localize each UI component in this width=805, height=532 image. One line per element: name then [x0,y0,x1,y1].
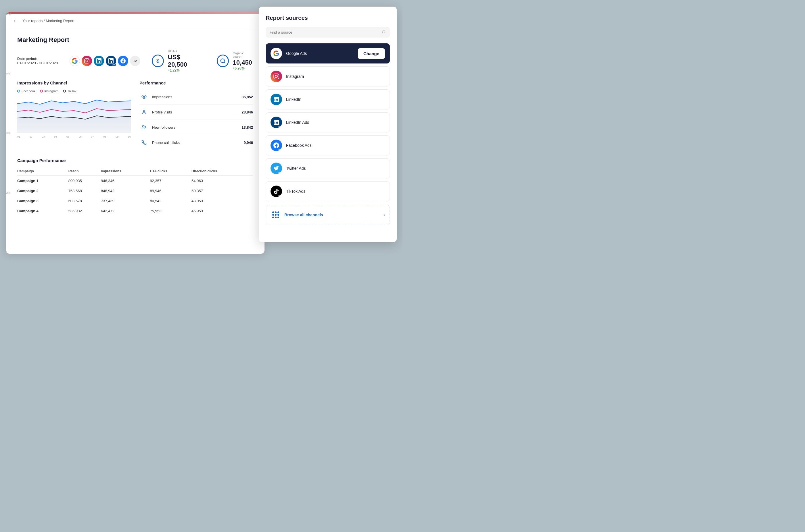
source-item-tiktok-ads[interactable]: adsTikTok Ads [266,181,390,202]
twitter-ads-source-icon: ads [271,163,282,174]
date-sources-row: Date period: 01/01/2023 - 30/01/2023 [17,50,253,72]
roas-change: +1.22% [168,69,200,72]
google-source-icon [271,48,282,59]
campaign-title: Campaign Performance [17,158,253,163]
analytics-grid: Impressions by Channel Facebook Instagra… [17,80,253,150]
linkedin-source-icon [271,94,282,105]
x-axis: 01020304050607080910 [17,135,131,138]
eye-icon [140,92,149,101]
perf-new-followers: New followers 13,842 [140,120,253,135]
search-icon [382,30,386,35]
sources-list: Google AdsChangeInstagramLinkedInadsLink… [266,43,390,202]
source-item-google[interactable]: Google AdsChange [266,43,390,63]
search-input[interactable] [270,30,380,35]
svg-line-8 [385,33,386,34]
profile-visits-value: 23,846 [241,110,253,114]
impressions-chart-section: Impressions by Channel Facebook Instagra… [17,80,131,150]
y-axis: 100k75k50k25k0 [6,28,14,246]
table-row: Campaign 4536,932642,47275,95345,953 [17,206,253,216]
phone-clicks-value: 9,946 [243,140,253,145]
source-item-name: Instagram [286,74,385,79]
col-direction: Direction clicks [191,167,253,176]
chevron-right-icon: › [384,212,385,217]
col-impressions: Impressions [101,167,150,176]
facebook-icon [118,56,128,66]
tiktok-ads-source-icon: ads [271,186,282,197]
linkedin-icon [94,56,104,66]
report-sources-panel: Report sources Google AdsChangeInstagram… [259,6,397,242]
table-row: Campaign 1890,035946,34692,35754,963 [17,176,253,186]
source-item-instagram[interactable]: Instagram [266,66,390,87]
instagram-legend: Instagram [40,89,58,93]
impressions-label: Impressions [152,95,241,99]
perf-phone-clicks: Phone call clicks 9,946 [140,135,253,150]
google-icon [70,56,80,66]
browse-grid-icon [271,210,281,220]
roas-label: ROAS [168,50,200,53]
svg-point-2 [144,96,145,98]
instagram-source-icon [271,71,282,82]
top-navigation: ← Your reports / Marketing Report [6,14,264,28]
search-box[interactable] [266,27,390,38]
svg-line-1 [224,62,225,63]
organic-label: Organic search [233,52,253,58]
campaign-section: Campaign Performance Campaign Reach Impr… [17,158,253,216]
date-value: 01/01/2023 - 30/01/2023 [17,61,58,65]
panel-title: Report sources [266,15,390,21]
add-person-icon [140,123,149,132]
col-campaign: Campaign [17,167,69,176]
date-label: Date period: [17,57,58,61]
browse-all-label: Browse all channels [284,213,380,217]
organic-change: +6.98% [233,66,253,70]
instagram-icon [81,56,92,66]
more-sources-badge: +2 [130,56,140,66]
roas-icon: $ [152,55,164,67]
impressions-value: 35,852 [241,95,253,99]
roas-value: US$ 20,500 [168,53,200,69]
performance-title: Performance [140,80,253,85]
table-row: Campaign 3603,578737,43980,54248,953 [17,196,253,206]
linkedin-ads-icon: ads [106,56,116,66]
performance-list: Impressions 35,852 Profile visits 23,846 [140,89,253,150]
source-item-name: LinkedIn Ads [286,120,385,125]
col-reach: Reach [69,167,101,176]
chart-wrapper: 100k75k50k25k0 [17,96,131,138]
roas-metric: $ ROAS US$ 20,500 +1.22% [152,50,200,72]
campaign-table: Campaign Reach Impressions CTA clicks Di… [17,167,253,216]
source-item-facebook-ads[interactable]: adsFacebook Ads [266,135,390,155]
tiktok-legend: TikTok [63,89,76,93]
change-button[interactable]: Change [358,48,385,59]
organic-metric: Organic search 10,450 +6.98% [217,50,253,72]
facebook-ads-source-icon: ads [271,139,282,151]
date-block: Date period: 01/01/2023 - 30/01/2023 [17,57,58,65]
metrics-row: $ ROAS US$ 20,500 +1.22% [152,50,253,72]
source-item-twitter-ads[interactable]: adsTwitter Ads [266,158,390,178]
source-item-linkedin[interactable]: LinkedIn [266,89,390,110]
source-item-name: Google Ads [286,51,358,56]
svg-point-4 [143,125,144,127]
browse-all-channels[interactable]: Browse all channels › [266,205,390,225]
source-item-name: LinkedIn [286,97,385,102]
profile-visits-label: Profile visits [152,110,241,114]
chart-legend: Facebook Instagram TikTok [17,89,131,93]
perf-profile-visits: Profile visits 23,846 [140,104,253,120]
organic-value: 10,450 [233,59,253,66]
new-followers-label: New followers [152,125,241,130]
source-item-name: TikTok Ads [286,189,385,194]
main-report-card: ← Your reports / Marketing Report Market… [6,12,264,254]
breadcrumb: Your reports / Marketing Report [22,19,74,23]
impressions-title: Impressions by Channel [17,80,131,85]
svg-point-0 [220,59,224,63]
organic-icon [217,55,229,67]
profile-icon [140,108,149,117]
source-item-linkedin-ads[interactable]: adsLinkedIn Ads [266,112,390,132]
linkedin-ads-source-icon: ads [271,117,282,128]
phone-clicks-label: Phone call clicks [152,140,243,145]
facebook-legend: Facebook [17,89,35,93]
col-cta: CTA clicks [150,167,191,176]
table-row: Campaign 2753,568846,94289,94650,357 [17,186,253,196]
new-followers-value: 13,842 [241,125,253,130]
main-content: Marketing Report Date period: 01/01/2023… [6,28,264,246]
source-item-name: Twitter Ads [286,166,385,171]
phone-icon [140,138,149,147]
